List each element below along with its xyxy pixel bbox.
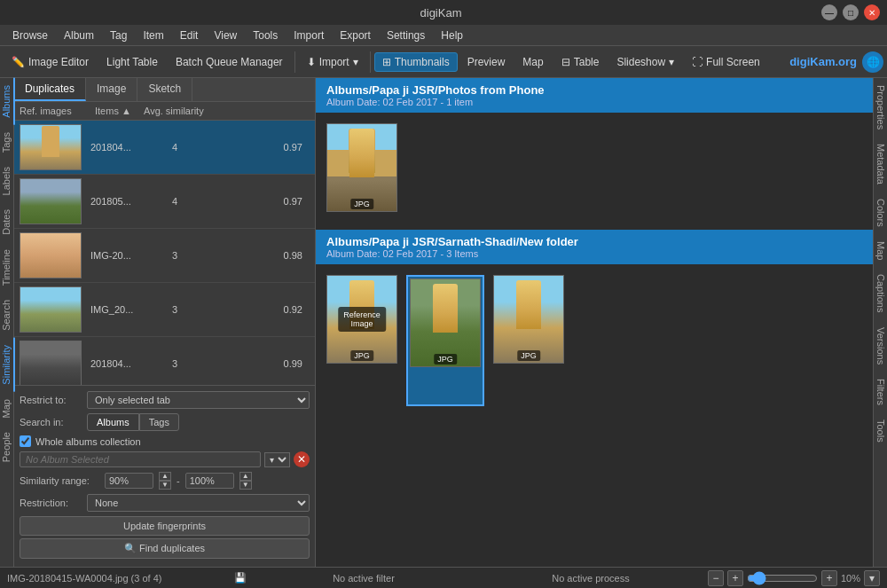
col-ref-images: Ref. images — [20, 106, 95, 116]
zoom-max-button[interactable]: + — [821, 570, 837, 586]
col-items[interactable]: Items ▲ — [95, 106, 144, 116]
menu-tag[interactable]: Tag — [103, 27, 134, 43]
menu-tools[interactable]: Tools — [246, 27, 285, 43]
minimize-button[interactable]: — — [821, 4, 837, 20]
album-clear-button[interactable]: ✕ — [294, 451, 310, 467]
toolbar-separator — [294, 51, 295, 73]
right-tab-captions[interactable]: Captions — [874, 267, 888, 319]
menu-import[interactable]: Import — [287, 27, 331, 43]
dup-row-4[interactable]: IMG_20... 3 0.92 — [14, 283, 315, 337]
fullscreen-button[interactable]: ⛶ Full Screen — [684, 52, 768, 72]
search-tab-albums[interactable]: Albums — [87, 413, 139, 431]
dup-count-5: 3 — [161, 358, 188, 369]
dup-name-4: IMG_20... — [90, 304, 161, 315]
photo-thumb-1-1[interactable]: JPG — [326, 123, 397, 212]
right-tab-properties[interactable]: Properties — [874, 78, 888, 137]
sidebar-tab-similarity[interactable]: Similarity — [0, 338, 15, 392]
title-bar: digiKam — □ ✕ — [0, 0, 887, 25]
sidebar-tab-labels[interactable]: Labels — [0, 160, 15, 202]
right-tab-metadata[interactable]: Metadata — [874, 137, 888, 192]
image-editor-button[interactable]: ✏️ Image Editor — [4, 52, 97, 72]
menu-view[interactable]: View — [207, 27, 244, 43]
thumbnails-button[interactable]: ⊞ Thumbnails — [374, 52, 458, 72]
dup-row-5[interactable]: 20180​4... 3 0.99 — [14, 337, 315, 385]
zoom-out-button[interactable]: − — [708, 570, 724, 586]
album-title-2: Albums/Papa ji JSR/Sarnath-Shadi/New fol… — [326, 235, 862, 248]
sim-max-down[interactable]: ▼ — [239, 481, 252, 490]
album-subtitle-2: Album Date: 02 Feb 2017 - 3 Items — [326, 248, 862, 259]
menu-export[interactable]: Export — [333, 27, 378, 43]
search-tab-tags[interactable]: Tags — [139, 413, 179, 431]
photo-thumb-2-1[interactable]: ReferenceImage JPG — [326, 275, 397, 406]
sidebar-tab-people[interactable]: People — [0, 425, 15, 469]
sidebar-tab-tags[interactable]: Tags — [0, 125, 15, 160]
batch-queue-button[interactable]: Batch Queue Manager — [168, 52, 291, 72]
dup-row-3[interactable]: IMG-20... 3 0.98 — [14, 229, 315, 283]
dup-name-2: 20180​5... — [90, 196, 161, 207]
sidebar-tab-timeline[interactable]: Timeline — [0, 242, 15, 293]
photo-thumb-2-2[interactable]: JPG — [406, 275, 484, 406]
restriction-select[interactable]: None — [87, 494, 310, 512]
whole-albums-label: Whole albums collection — [35, 436, 141, 447]
dup-row-2[interactable]: 20180​5... 4 0.97 — [14, 175, 315, 229]
import-button[interactable]: ⬇ Import ▾ — [299, 52, 366, 72]
digikam-globe-icon: 🌐 — [862, 51, 883, 73]
right-tab-versions[interactable]: Versions — [874, 320, 888, 372]
sidebar-tab-map[interactable]: Map — [0, 392, 15, 425]
menu-edit[interactable]: Edit — [173, 27, 206, 43]
menu-item[interactable]: Item — [136, 27, 170, 43]
slideshow-dropdown-icon: ▾ — [669, 56, 674, 68]
photo-label-2-1: JPG — [350, 350, 373, 361]
sidebar-tab-albums[interactable]: Albums — [0, 78, 15, 125]
preview-button[interactable]: Preview — [459, 52, 514, 72]
zoom-in-button[interactable]: + — [727, 570, 743, 586]
zoom-dropdown-button[interactable]: ▾ — [864, 570, 880, 586]
whole-albums-checkbox[interactable] — [20, 435, 31, 447]
zoom-slider[interactable] — [747, 571, 818, 585]
table-button[interactable]: ⊟ Table — [553, 52, 608, 72]
slideshow-button[interactable]: Slideshow ▾ — [608, 52, 682, 72]
photo-label-2-2: JPG — [434, 354, 457, 365]
similarity-max-spin: ▲ ▼ — [239, 472, 252, 490]
sim-min-down[interactable]: ▼ — [159, 481, 171, 490]
sim-max-up[interactable]: ▲ — [239, 472, 252, 481]
right-tab-colors[interactable]: Colors — [874, 192, 888, 234]
dup-row-1[interactable]: 20180​4... 4 0.97 — [14, 121, 315, 175]
close-button[interactable]: ✕ — [864, 4, 880, 20]
sidebar-tab-dates[interactable]: Dates — [0, 202, 15, 242]
right-tab-map[interactable]: Map — [874, 234, 888, 267]
menu-settings[interactable]: Settings — [380, 27, 432, 43]
main-content: Albums/Papa ji JSR/Photos from Phone Alb… — [316, 78, 873, 567]
tab-sketch[interactable]: Sketch — [137, 78, 192, 101]
right-tab-tools[interactable]: Tools — [874, 412, 888, 450]
tab-image[interactable]: Image — [86, 78, 137, 101]
right-tab-filters[interactable]: Filters — [874, 372, 888, 412]
app-title: digiKam — [420, 6, 462, 20]
search-in-row: Search in: Albums Tags — [20, 413, 310, 431]
dup-thumb-5 — [20, 341, 82, 385]
menu-browse[interactable]: Browse — [5, 27, 55, 43]
status-bar: IMG-20180415-WA0004.jpg (3 of 4) 💾 No ac… — [0, 567, 887, 588]
maximize-button[interactable]: □ — [843, 4, 859, 20]
sim-min-up[interactable]: ▲ — [159, 472, 171, 481]
similarity-min-input[interactable] — [105, 473, 153, 489]
light-table-button[interactable]: Light Table — [98, 52, 166, 72]
find-duplicates-icon: 🔍 — [124, 543, 137, 553]
update-fingerprints-button[interactable]: Update fingerprints — [20, 516, 310, 536]
album-input[interactable] — [20, 451, 261, 467]
find-duplicates-button[interactable]: 🔍 Find duplicates — [20, 538, 310, 559]
photo-thumb-2-3[interactable]: JPG — [493, 275, 564, 406]
sidebar-tab-search[interactable]: Search — [0, 293, 15, 338]
dup-thumb-1 — [20, 124, 82, 170]
dup-count-3: 3 — [161, 250, 188, 261]
restrict-select[interactable]: Only selected tab — [87, 391, 310, 409]
album-selector-row: ▾ ✕ — [20, 451, 310, 467]
map-button[interactable]: Map — [514, 52, 551, 72]
tab-duplicates[interactable]: Duplicates — [14, 78, 86, 101]
photo-img-2-2: JPG — [410, 278, 481, 367]
similarity-max-input[interactable] — [185, 473, 234, 489]
menu-help[interactable]: Help — [434, 27, 470, 43]
menu-album[interactable]: Album — [57, 27, 101, 43]
album-photos-1: JPG — [316, 113, 873, 223]
album-dropdown[interactable]: ▾ — [264, 452, 290, 467]
